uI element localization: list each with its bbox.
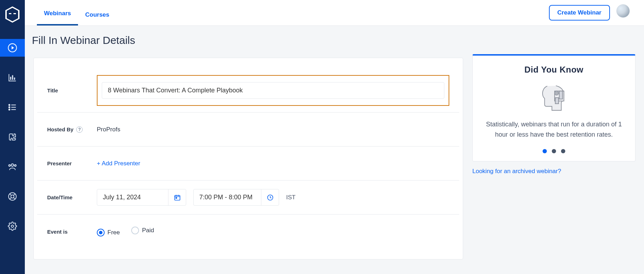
- radio-unchecked-icon: [131, 227, 139, 234]
- svg-line-20: [10, 194, 11, 195]
- tab-courses[interactable]: Courses: [78, 3, 116, 25]
- svg-rect-8: [14, 78, 15, 80]
- tip-card: Did You Know Statistically, webinars tha…: [472, 54, 635, 161]
- date-value: July 11, 2024: [97, 189, 168, 205]
- carousel-dot-2[interactable]: [552, 149, 556, 153]
- event-paid-radio[interactable]: Paid: [131, 227, 154, 234]
- archived-webinar-link[interactable]: Looking for an archived webinar?: [472, 168, 561, 175]
- presenter-label: Presenter: [47, 160, 90, 166]
- svg-point-15: [11, 164, 14, 166]
- svg-point-17: [15, 165, 16, 166]
- time-input[interactable]: 7:00 PM - 8:00 PM: [193, 189, 279, 206]
- svg-rect-6: [10, 77, 11, 80]
- tab-webinars[interactable]: Webinars: [37, 1, 78, 25]
- nav-play-icon[interactable]: [0, 39, 25, 57]
- svg-line-23: [10, 198, 11, 199]
- head-gears-icon: [537, 81, 571, 114]
- radio-checked-icon: [97, 229, 105, 236]
- svg-rect-2: [9, 13, 11, 14]
- datetime-label: Date/Time: [47, 194, 90, 200]
- tip-body: Statistically, webinars that run for a d…: [484, 119, 624, 140]
- nav-analytics-icon[interactable]: [0, 69, 25, 86]
- page-title: Fill In Webinar Details: [25, 26, 644, 46]
- carousel-dot-3[interactable]: [561, 149, 565, 153]
- svg-line-21: [13, 198, 15, 199]
- nav-puzzle-icon[interactable]: [0, 128, 25, 146]
- app-logo[interactable]: [0, 6, 25, 23]
- nav-users-icon[interactable]: [0, 158, 25, 176]
- date-input[interactable]: July 11, 2024: [97, 189, 186, 206]
- hosted-by-label: Hosted By ?: [47, 126, 90, 133]
- event-is-label: Event is: [47, 229, 90, 235]
- tip-heading: Did You Know: [482, 65, 626, 75]
- carousel-dot-1[interactable]: [543, 149, 547, 153]
- clock-icon[interactable]: [261, 189, 279, 205]
- svg-rect-3: [13, 13, 16, 14]
- svg-rect-25: [174, 195, 180, 200]
- nav-list-icon[interactable]: [0, 98, 25, 116]
- webinar-details-card: Title Hosted By ? ProProfs: [33, 58, 463, 259]
- svg-point-9: [9, 104, 10, 105]
- svg-point-33: [556, 92, 557, 94]
- title-label: Title: [47, 87, 90, 93]
- time-value: 7:00 PM - 8:00 PM: [194, 189, 261, 205]
- svg-line-22: [13, 194, 15, 195]
- carousel-dots: [482, 149, 626, 153]
- calendar-icon[interactable]: [168, 189, 186, 205]
- add-presenter-link[interactable]: + Add Presenter: [97, 160, 140, 167]
- svg-rect-29: [176, 198, 177, 199]
- title-highlight-frame: [97, 75, 449, 106]
- event-free-radio[interactable]: Free: [97, 229, 120, 236]
- help-icon[interactable]: ?: [76, 126, 83, 133]
- timezone-label: IST: [286, 194, 295, 201]
- topbar: Webinars Courses Create Webinar: [25, 0, 644, 26]
- svg-marker-5: [12, 46, 14, 49]
- svg-rect-35: [555, 98, 559, 104]
- svg-point-16: [9, 165, 11, 166]
- avatar[interactable]: [616, 4, 630, 18]
- svg-point-19: [11, 195, 14, 198]
- svg-point-11: [9, 109, 10, 110]
- svg-rect-34: [559, 91, 562, 99]
- create-webinar-button[interactable]: Create Webinar: [549, 5, 610, 21]
- svg-point-10: [9, 107, 10, 108]
- hosted-by-value: ProProfs: [97, 126, 120, 133]
- svg-rect-7: [12, 75, 13, 80]
- svg-point-24: [11, 225, 14, 228]
- nav-lifebuoy-icon[interactable]: [0, 188, 25, 205]
- nav-settings-icon[interactable]: [0, 217, 25, 235]
- title-input[interactable]: [102, 82, 444, 99]
- aside-panel: Did You Know Statistically, webinars tha…: [472, 54, 635, 175]
- sidebar: [0, 0, 25, 274]
